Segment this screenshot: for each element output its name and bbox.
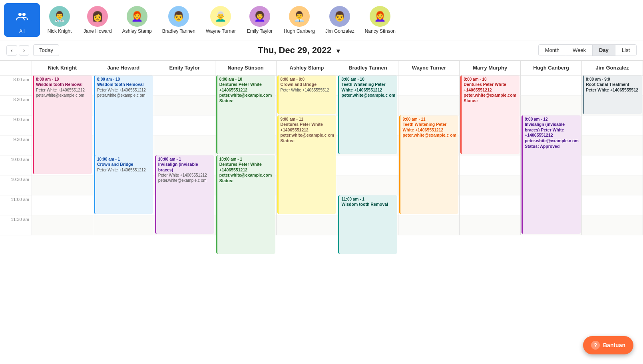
event-title: Root Canal Treatment Peter White +140655… xyxy=(586,82,640,93)
staff-item-nick-knight[interactable]: 👨‍⚕️ Nick Knight xyxy=(42,3,78,37)
col-header-jane-howard: Jane Howard xyxy=(93,61,154,76)
svg-point-0 xyxy=(18,13,22,16)
event-title: Dentures Peter White +14065551212 peter.… xyxy=(219,82,273,104)
staff-item-bradley-tannen[interactable]: 👨 Bradley Tannen xyxy=(158,3,200,37)
event-detail: Peter White +14065555512 xyxy=(281,88,334,93)
time-cell-5: 10:30 am xyxy=(0,175,32,195)
staff-item-nancy-stinson[interactable]: 👩‍🦰 Nancy Stinson xyxy=(360,3,400,37)
staff-name-jim-gonzalez: Jim Gonzalez xyxy=(325,28,354,34)
col-header-bradley-tannen: Bradley Tannen xyxy=(337,61,398,76)
grid-cell-emily-taylor-2 xyxy=(154,115,215,135)
grid-cell-nick-knight-5 xyxy=(32,175,93,195)
staff-bar: All 👨‍⚕️ Nick Knight 👩 Jane Howard 👩‍🦰 A… xyxy=(0,0,643,40)
event-ashley-stamp-0[interactable]: 8:00 am - 9:0 Crown and Bridge Peter Whi… xyxy=(277,76,336,114)
time-cell-4: 10:00 am xyxy=(0,155,32,175)
event-emily-taylor-4[interactable]: 10:00 am - 1 Invisalign (invisable brace… xyxy=(155,155,214,234)
time-corner xyxy=(0,61,32,76)
bantuan-icon: ? xyxy=(591,341,600,350)
view-btn-day[interactable]: Day xyxy=(593,45,615,56)
staff-name-bradley-tannen: Bradley Tannen xyxy=(162,28,195,34)
event-time: 8:00 am - 9:0 xyxy=(281,77,334,82)
event-title: Wisdom tooth Removal xyxy=(341,202,395,207)
prev-btn[interactable]: ‹ xyxy=(6,45,17,56)
grid-cell-ashley-stamp-0: 8:00 am - 9:0 Crown and Bridge Peter Whi… xyxy=(277,76,338,95)
grid-cell-ashley-stamp-7 xyxy=(277,215,338,235)
avatar-ashley-stamp: 👩‍🦰 xyxy=(127,6,147,27)
grid-cell-marry-murphy-4 xyxy=(460,155,521,175)
time-cell-7: 11:30 am xyxy=(0,215,32,235)
view-btn-list[interactable]: List xyxy=(615,45,636,56)
col-header-emily-taylor: Emily Taylor xyxy=(154,61,215,76)
grid-cell-emily-taylor-4: 10:00 am - 1 Invisalign (invisable brace… xyxy=(154,155,215,175)
event-jim-gonzalez-0[interactable]: 8:00 am - 9:0 Root Canal Treatment Peter… xyxy=(583,76,642,114)
event-nancy-stinson-4[interactable]: 10:00 am - 1 Dentures Peter White +14065… xyxy=(216,155,275,254)
col-header-nancy-stinson: Nancy Stinson xyxy=(215,61,277,76)
staff-item-wayne-turner[interactable]: 👨‍🦳 Wayne Turner xyxy=(201,3,240,37)
event-title: Crown and Bridge xyxy=(97,162,151,167)
grid-cell-wayne-turner-7 xyxy=(398,215,460,235)
staff-item-emily-taylor[interactable]: 👩‍🦱 Emily Taylor xyxy=(242,3,278,37)
grid-cell-jane-howard-7 xyxy=(93,215,154,235)
staff-item-jim-gonzalez[interactable]: 👨 Jim Gonzalez xyxy=(321,3,359,37)
event-jane-howard-4[interactable]: 10:00 am - 1 Crown and Bridge Peter Whit… xyxy=(94,155,153,214)
event-time: 8:00 am - 10 xyxy=(464,77,518,82)
time-cell-6: 11:00 am xyxy=(0,195,32,215)
time-cell-2: 9:00 am xyxy=(0,115,32,135)
col-header-jim-gonzalez: Jim Gonzalez xyxy=(582,61,643,76)
grid-cell-marry-murphy-6 xyxy=(460,195,521,215)
grid-cell-jane-howard-0: 8:00 am - 10 Wisdom tooth Removal Peter … xyxy=(93,76,154,95)
next-btn[interactable]: › xyxy=(19,45,30,56)
today-btn[interactable]: Today xyxy=(33,44,59,56)
event-hugh-canberg-2[interactable]: 9:00 am - 12 Invisalign (invisable brace… xyxy=(522,115,581,234)
grid-cell-nancy-stinson-4: 10:00 am - 1 Dentures Peter White +14065… xyxy=(215,155,277,175)
col-header-nick-knight: Nick Knight xyxy=(32,61,93,76)
cal-title-text: Thu, Dec 29, 2022 xyxy=(258,45,332,55)
event-time: 9:00 am - 12 xyxy=(525,117,579,122)
event-marry-murphy-0[interactable]: 8:00 am - 10 Dentures Peter White +14065… xyxy=(460,76,520,154)
grid-cell-jim-gonzalez-6 xyxy=(582,195,643,215)
staff-item-jane-howard[interactable]: 👩 Jane Howard xyxy=(79,3,116,37)
bantuan-btn[interactable]: ? Bantuan xyxy=(583,336,633,354)
avatar-bradley-tannen: 👨 xyxy=(168,6,189,27)
staff-all[interactable]: All xyxy=(4,3,40,37)
cal-title: Thu, Dec 29, 2022 ▾ xyxy=(59,45,538,56)
event-nick-knight-0[interactable]: 8:00 am - 10 Wisdom tooth Removal Peter … xyxy=(33,76,92,174)
grid-cell-jim-gonzalez-7 xyxy=(582,215,643,235)
cal-title-arrow[interactable]: ▾ xyxy=(336,48,340,54)
event-time: 10:00 am - 1 xyxy=(219,157,273,162)
event-title: Dentures Peter White +14065551212 peter.… xyxy=(219,162,273,184)
event-time: 8:00 am - 10 xyxy=(36,77,90,82)
staff-item-hugh-canberg[interactable]: 👨‍💼 Hugh Canberg xyxy=(279,3,319,37)
all-avatar xyxy=(12,6,32,27)
col-header-ashley-stamp: Ashley Stamp xyxy=(277,61,338,76)
view-btns: MonthWeekDayList xyxy=(538,44,637,56)
col-header-hugh-canberg: Hugh Canberg xyxy=(521,61,582,76)
event-bradley-tannen-0[interactable]: 8:00 am - 10 Teeth Whitening Peter White… xyxy=(338,76,397,154)
time-cell-0: 8:00 am xyxy=(0,76,32,95)
cal-grid: Nick KnightJane HowardEmily TaylorNancy … xyxy=(0,61,643,235)
grid-cell-emily-taylor-3 xyxy=(154,135,215,155)
event-title: Invisalign (invisable braces) xyxy=(158,162,212,173)
avatar-jane-howard: 👩 xyxy=(87,6,108,27)
grid-cell-wayne-turner-2: 9:00 am - 11 Teeth Whitening Peter White… xyxy=(398,115,460,135)
event-detail: Peter White +14065551212 peter.white@exa… xyxy=(36,88,90,98)
staff-item-ashley-stamp[interactable]: 👩‍🦰 Ashley Stamp xyxy=(118,3,156,37)
staff-name-ashley-stamp: Ashley Stamp xyxy=(122,28,152,34)
event-ashley-stamp-2[interactable]: 9:00 am - 11 Dentures Peter White +14065… xyxy=(277,115,336,214)
cal-grid-wrap: Nick KnightJane HowardEmily TaylorNancy … xyxy=(0,60,643,356)
col-header-marry-murphy: Marry Murphy xyxy=(460,61,521,76)
event-wayne-turner-2[interactable]: 9:00 am - 11 Teeth Whitening Peter White… xyxy=(399,115,458,214)
grid-cell-marry-murphy-7 xyxy=(460,215,521,235)
staff-name-hugh-canberg: Hugh Canberg xyxy=(284,28,315,34)
avatar-hugh-canberg: 👨‍💼 xyxy=(289,6,310,27)
event-nancy-stinson-0[interactable]: 8:00 am - 10 Dentures Peter White +14065… xyxy=(216,76,275,154)
event-bradley-tannen-6[interactable]: 11:00 am - 1 Wisdom tooth Removal xyxy=(338,195,397,254)
grid-cell-nick-knight-0: 8:00 am - 10 Wisdom tooth Removal Peter … xyxy=(32,76,93,95)
grid-cell-wayne-turner-1 xyxy=(398,95,460,115)
bantuan-label: Bantuan xyxy=(603,342,625,348)
view-btn-month[interactable]: Month xyxy=(539,45,566,56)
staff-all-label: All xyxy=(19,28,24,34)
grid-cell-marry-murphy-0: 8:00 am - 10 Dentures Peter White +14065… xyxy=(460,76,521,95)
avatar-nancy-stinson: 👩‍🦰 xyxy=(370,6,390,27)
view-btn-week[interactable]: Week xyxy=(566,45,593,56)
